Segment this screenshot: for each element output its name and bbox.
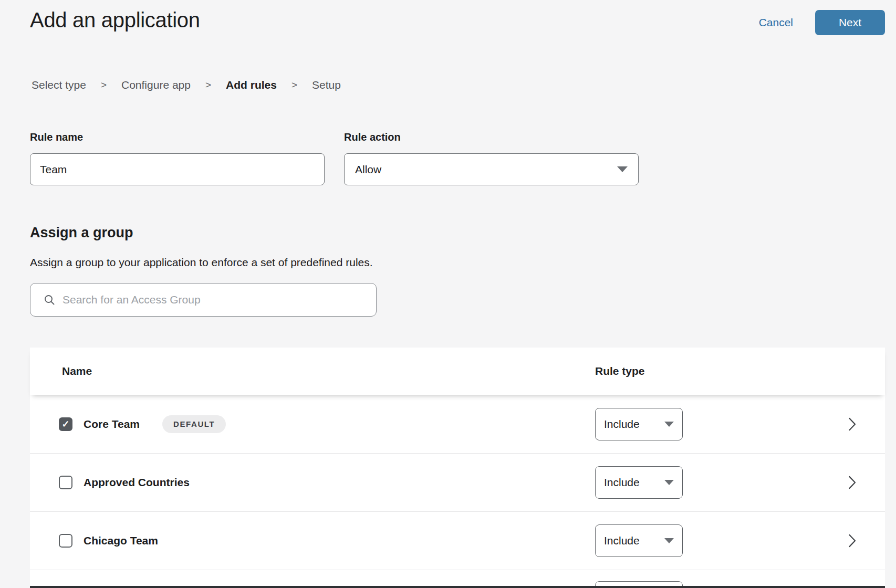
table-row: Approved Countries Include	[30, 453, 885, 511]
chevron-down-icon	[664, 480, 674, 485]
page-title: Add an application	[30, 8, 200, 32]
breadcrumb-step[interactable]: Configure app	[121, 79, 191, 91]
group-checkbox[interactable]	[59, 534, 72, 548]
search-input[interactable]	[62, 293, 368, 306]
assign-group-heading: Assign a group	[30, 225, 377, 241]
assign-group-description: Assign a group to your application to en…	[30, 256, 377, 269]
breadcrumb: Select type>Configure app>Add rules>Setu…	[32, 79, 341, 91]
rule-action-select[interactable]: Allow	[344, 153, 639, 185]
rule-type-select[interactable]: Include	[595, 466, 683, 499]
chevron-down-icon	[664, 538, 674, 543]
rule-name-label: Rule name	[30, 131, 325, 143]
header-actions: Cancel Next	[759, 10, 885, 35]
chevron-right-icon[interactable]	[848, 416, 859, 432]
rule-type-select[interactable]: Include	[595, 408, 683, 440]
group-name: Core Team	[84, 418, 140, 430]
breadcrumb-separator: >	[101, 79, 107, 91]
access-group-search	[30, 283, 377, 317]
assign-group-section: Assign a group Assign a group to your ap…	[30, 225, 377, 317]
chevron-down-icon	[617, 166, 628, 172]
page-header: Add an application Cancel Next	[30, 0, 885, 35]
group-name: Chicago Team	[84, 534, 158, 547]
add-application-page: Add an application Cancel Next Select ty…	[0, 0, 896, 588]
group-checkbox[interactable]	[59, 476, 72, 489]
access-groups-table: Name Rule type Core Team DEFAULT Include…	[30, 348, 885, 588]
column-header-rule-type: Rule type	[595, 365, 645, 377]
rule-form: Rule name Rule action Allow	[30, 131, 639, 185]
chevron-down-icon	[664, 422, 674, 427]
rule-type-value: Include	[604, 418, 640, 430]
rule-action-field: Rule action Allow	[344, 131, 639, 185]
breadcrumb-separator: >	[291, 79, 297, 91]
breadcrumb-separator: >	[205, 79, 211, 91]
table-row: Chicago Team Include	[30, 511, 885, 570]
rule-type-value: Include	[604, 476, 640, 489]
rule-name-field: Rule name	[30, 131, 325, 185]
cancel-button[interactable]: Cancel	[759, 16, 793, 29]
table-body: Core Team DEFAULT Include Approved Count…	[30, 395, 885, 570]
table-header: Name Rule type	[30, 348, 885, 395]
group-name: Approved Countries	[84, 476, 190, 489]
group-checkbox[interactable]	[59, 417, 72, 431]
chevron-right-icon[interactable]	[848, 475, 859, 490]
next-button[interactable]: Next	[815, 10, 885, 35]
search-icon	[44, 294, 55, 306]
bottom-edge-bar	[30, 586, 885, 588]
breadcrumb-step[interactable]: Select type	[32, 79, 86, 91]
default-badge: DEFAULT	[162, 415, 226, 433]
breadcrumb-step[interactable]: Add rules	[226, 79, 277, 91]
rule-action-label: Rule action	[344, 131, 639, 143]
chevron-right-icon[interactable]	[848, 533, 859, 549]
rule-action-value: Allow	[355, 163, 381, 176]
table-row: Core Team DEFAULT Include	[30, 395, 885, 453]
breadcrumb-step[interactable]: Setup	[312, 79, 341, 91]
rule-name-input[interactable]	[30, 153, 325, 185]
column-header-name: Name	[62, 365, 92, 377]
rule-type-value: Include	[604, 534, 640, 547]
table-row-partial	[30, 570, 885, 588]
rule-type-select[interactable]: Include	[595, 524, 683, 557]
